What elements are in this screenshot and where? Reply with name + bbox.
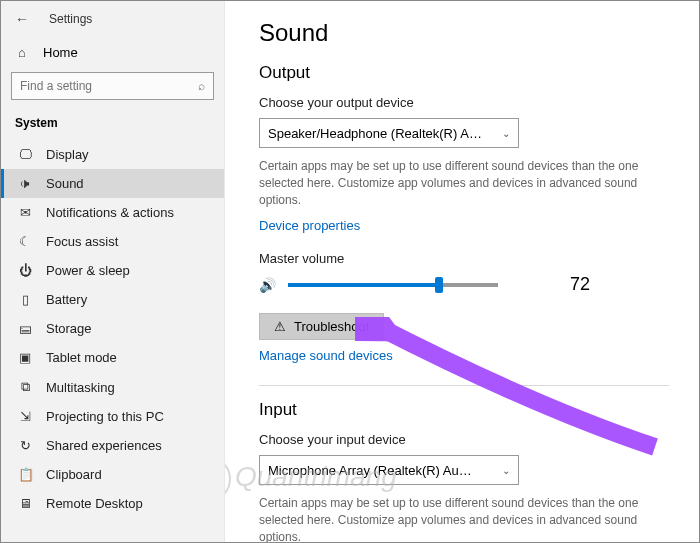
sidebar-item-label: Remote Desktop [46, 496, 143, 511]
output-note: Certain apps may be set up to use differ… [259, 158, 639, 208]
sidebar-item-power-sleep[interactable]: ⏻Power & sleep [1, 256, 224, 285]
sidebar-item-storage[interactable]: 🖴Storage [1, 314, 224, 343]
notifications-icon: ✉ [18, 205, 32, 220]
master-volume-label: Master volume [259, 251, 679, 266]
shared-icon: ↻ [18, 438, 32, 453]
sidebar-item-clipboard[interactable]: 📋Clipboard [1, 460, 224, 489]
troubleshoot-button[interactable]: ⚠ Troubleshoot [259, 313, 384, 340]
volume-slider[interactable] [288, 283, 498, 287]
power-icon: ⏻ [18, 263, 32, 278]
search-field[interactable] [20, 79, 187, 93]
sidebar-item-label: Battery [46, 292, 87, 307]
speaker-icon[interactable]: 🔊 [259, 277, 276, 293]
sidebar-item-label: Focus assist [46, 234, 118, 249]
display-icon: 🖵 [18, 147, 32, 162]
sidebar-item-label: Storage [46, 321, 92, 336]
input-heading: Input [259, 400, 679, 420]
sidebar-item-notifications-actions[interactable]: ✉Notifications & actions [1, 198, 224, 227]
sidebar-item-shared-experiences[interactable]: ↻Shared experiences [1, 431, 224, 460]
sidebar-item-label: Projecting to this PC [46, 409, 164, 424]
project-icon: ⇲ [18, 409, 32, 424]
sidebar-item-label: Display [46, 147, 89, 162]
storage-icon: 🖴 [18, 321, 32, 336]
multitask-icon: ⧉ [18, 379, 32, 395]
sidebar-item-label: Shared experiences [46, 438, 162, 453]
main-content: Sound Output Choose your output device S… [225, 1, 699, 542]
sidebar-item-battery[interactable]: ▯Battery [1, 285, 224, 314]
sidebar-item-label: Tablet mode [46, 350, 117, 365]
search-input[interactable]: ⌕ [11, 72, 214, 100]
input-device-selected: Microphone Array (Realtek(R) Au… [268, 463, 472, 478]
chevron-down-icon: ⌄ [502, 128, 510, 139]
sidebar-item-projecting-to-this-pc[interactable]: ⇲Projecting to this PC [1, 402, 224, 431]
sidebar-item-remote-desktop[interactable]: 🖥Remote Desktop [1, 489, 224, 518]
sidebar-category: System [1, 110, 224, 140]
clipboard-icon: 📋 [18, 467, 32, 482]
input-choose-label: Choose your input device [259, 432, 679, 447]
home-icon: ⌂ [15, 45, 29, 60]
sidebar-item-sound[interactable]: 🕩Sound [1, 169, 224, 198]
tablet-icon: ▣ [18, 350, 32, 365]
sidebar-item-label: Power & sleep [46, 263, 130, 278]
focus-icon: ☾ [18, 234, 32, 249]
volume-value: 72 [570, 274, 590, 295]
sidebar-item-label: Sound [46, 176, 84, 191]
divider [259, 385, 669, 386]
sidebar: ← Settings ⌂ Home ⌕ System 🖵Display🕩Soun… [1, 1, 225, 542]
back-icon[interactable]: ← [15, 11, 29, 27]
output-device-dropdown[interactable]: Speaker/Headphone (Realtek(R) A… ⌄ [259, 118, 519, 148]
warning-icon: ⚠ [274, 319, 286, 334]
search-icon: ⌕ [198, 79, 205, 93]
sidebar-item-focus-assist[interactable]: ☾Focus assist [1, 227, 224, 256]
sidebar-item-label: Multitasking [46, 380, 115, 395]
output-device-selected: Speaker/Headphone (Realtek(R) A… [268, 126, 482, 141]
input-device-dropdown[interactable]: Microphone Array (Realtek(R) Au… ⌄ [259, 455, 519, 485]
output-device-properties-link[interactable]: Device properties [259, 218, 360, 233]
remote-icon: 🖥 [18, 496, 32, 511]
sidebar-item-home[interactable]: ⌂ Home [1, 37, 224, 72]
sidebar-item-label: Clipboard [46, 467, 102, 482]
page-title: Sound [259, 19, 679, 47]
chevron-down-icon: ⌄ [502, 465, 510, 476]
sidebar-item-multitasking[interactable]: ⧉Multitasking [1, 372, 224, 402]
window-title: Settings [49, 12, 92, 26]
input-note: Certain apps may be set up to use differ… [259, 495, 639, 542]
battery-icon: ▯ [18, 292, 32, 307]
manage-sound-devices-link[interactable]: Manage sound devices [259, 348, 393, 363]
sound-icon: 🕩 [18, 176, 32, 191]
sidebar-item-display[interactable]: 🖵Display [1, 140, 224, 169]
troubleshoot-label: Troubleshoot [294, 319, 369, 334]
sidebar-item-label: Notifications & actions [46, 205, 174, 220]
sidebar-item-tablet-mode[interactable]: ▣Tablet mode [1, 343, 224, 372]
output-heading: Output [259, 63, 679, 83]
output-choose-label: Choose your output device [259, 95, 679, 110]
sidebar-nav: 🖵Display🕩Sound✉Notifications & actions☾F… [1, 140, 224, 542]
home-label: Home [43, 45, 78, 60]
